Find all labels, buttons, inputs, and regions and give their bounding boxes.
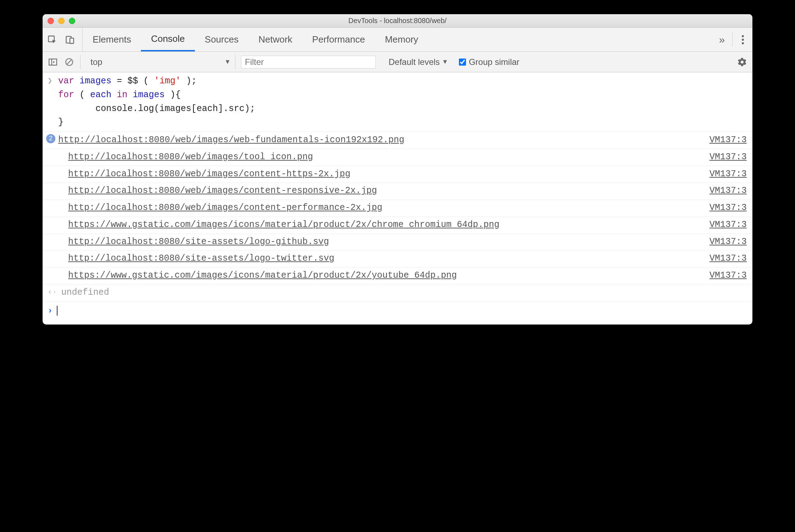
log-source-link[interactable]: VM137:3 (709, 201, 747, 215)
console-input-echo: ❯ var images = $$ ( 'img' ); for ( each (43, 72, 752, 132)
clear-console-icon[interactable] (64, 57, 75, 67)
chevron-down-icon: ▼ (442, 58, 448, 66)
log-url-link[interactable]: http://localhost:8080/web/images/content… (68, 201, 382, 215)
minimize-window-button[interactable] (58, 18, 65, 24)
log-url-link[interactable]: http://localhost:8080/web/images/web-fun… (58, 133, 404, 147)
svg-line-9 (67, 60, 72, 64)
tab-memory[interactable]: Memory (375, 28, 428, 51)
console-log-row: http://localhost:8080/web/images/content… (43, 166, 752, 183)
svg-rect-2 (70, 38, 74, 43)
svg-point-5 (742, 42, 744, 44)
console-log-row: https://www.gstatic.com/images/icons/mat… (43, 217, 752, 234)
log-source-link[interactable]: VM137:3 (709, 235, 747, 249)
filter-input[interactable] (241, 56, 376, 68)
tab-elements[interactable]: Elements (83, 28, 141, 51)
console-toolbar: top ▼ Default levels ▼ Group similar (43, 52, 752, 72)
log-levels-label: Default levels (389, 57, 440, 67)
device-toolbar-icon[interactable] (65, 34, 75, 45)
execution-context-selector[interactable]: top ▼ (86, 55, 235, 69)
more-tabs-icon[interactable]: » (717, 34, 727, 45)
log-url-link[interactable]: https://www.gstatic.com/images/icons/mat… (68, 269, 457, 283)
log-url-link[interactable]: https://www.gstatic.com/images/icons/mat… (68, 218, 499, 232)
console-log-row: http://localhost:8080/web/images/content… (43, 200, 752, 217)
svg-point-4 (742, 39, 744, 41)
log-levels-selector[interactable]: Default levels ▼ (389, 57, 448, 67)
group-similar-checkbox[interactable] (459, 59, 466, 66)
zoom-window-button[interactable] (69, 18, 75, 24)
svg-rect-6 (49, 59, 57, 65)
text-cursor (57, 306, 57, 316)
chevron-down-icon: ▼ (224, 58, 231, 66)
log-source-link[interactable]: VM137:3 (709, 269, 747, 283)
group-similar-toggle[interactable]: Group similar (459, 57, 520, 67)
return-caret-icon: ‹· (48, 287, 57, 299)
console-log-row: http://localhost:8080/web/images/content… (43, 183, 752, 200)
input-caret-icon: ❯ (48, 75, 52, 87)
log-source-link[interactable]: VM137:3 (709, 133, 747, 147)
prompt-caret-icon: › (48, 304, 53, 317)
console-sidebar-toggle-icon[interactable] (48, 57, 58, 67)
execution-context-label: top (91, 57, 102, 67)
log-source-link[interactable]: VM137:3 (709, 167, 747, 181)
panel-tabs: Elements Console Sources Network Perform… (43, 28, 752, 52)
console-prompt[interactable]: › (43, 301, 752, 325)
console-return-value: ‹· undefined (43, 284, 752, 301)
console-log-row: http://localhost:8080/site-assets/logo-g… (43, 234, 752, 251)
console-log-row: http://localhost:8080/site-assets/logo-t… (43, 250, 752, 267)
log-url-link[interactable]: http://localhost:8080/web/images/content… (68, 184, 377, 198)
svg-point-3 (742, 35, 744, 37)
log-source-link[interactable]: VM137:3 (709, 252, 747, 266)
log-url-link[interactable]: http://localhost:8080/web/images/tool_ic… (68, 150, 313, 164)
log-source-link[interactable]: VM137:3 (709, 150, 747, 164)
log-source-link[interactable]: VM137:3 (709, 218, 747, 232)
kebab-menu-icon[interactable] (738, 34, 748, 45)
console-log-row: 2http://localhost:8080/web/images/web-fu… (43, 132, 752, 149)
log-source-link[interactable]: VM137:3 (709, 184, 747, 198)
console-settings-icon[interactable] (737, 57, 747, 67)
log-url-link[interactable]: http://localhost:8080/site-assets/logo-g… (68, 235, 329, 249)
tab-network[interactable]: Network (248, 28, 302, 51)
log-url-link[interactable]: http://localhost:8080/site-assets/logo-t… (68, 252, 334, 266)
console-log-row: http://localhost:8080/web/images/tool_ic… (43, 149, 752, 166)
inspect-element-icon[interactable] (47, 34, 57, 45)
titlebar: DevTools - localhost:8080/web/ (43, 14, 752, 28)
tab-sources[interactable]: Sources (195, 28, 248, 51)
tab-performance[interactable]: Performance (302, 28, 375, 51)
log-url-link[interactable]: http://localhost:8080/web/images/content… (68, 167, 350, 181)
group-similar-label: Group similar (469, 57, 520, 67)
log-count-badge: 2 (46, 134, 55, 143)
console-log-row: https://www.gstatic.com/images/icons/mat… (43, 267, 752, 284)
console-output: ❯ var images = $$ ( 'img' ); for ( each (43, 72, 752, 325)
window-controls (48, 18, 75, 24)
devtools-window: DevTools - localhost:8080/web/ Elements … (43, 14, 752, 325)
close-window-button[interactable] (48, 18, 54, 24)
tab-console[interactable]: Console (141, 28, 194, 51)
window-title: DevTools - localhost:8080/web/ (349, 17, 447, 25)
